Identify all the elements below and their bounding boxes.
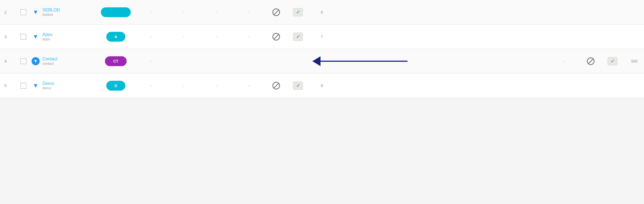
dash-cell-2: - <box>167 83 200 88</box>
extension-name-sub: contact <box>42 61 54 66</box>
check-button-cell: ✓ <box>287 82 309 90</box>
checkmark-icon: ✓ <box>611 58 615 64</box>
dash-cell-4: - <box>233 34 265 39</box>
block-icon[interactable] <box>587 57 595 65</box>
dash-cell-1: - <box>135 10 167 15</box>
order-arrow-cell: ▼ <box>29 33 42 40</box>
row-number: 4 <box>4 59 18 63</box>
table-row: 3▼AppsappsA----✓7 <box>0 24 644 49</box>
dash-cell-2: - <box>167 10 200 15</box>
table-row: 5▼DemodemoD----✓8 <box>0 73 644 98</box>
block-icon-cell <box>265 33 287 41</box>
extensions-table: 2▼SEBLODseblod----✓63▼AppsappsA----✓74▼C… <box>0 0 644 98</box>
row-checkbox-cell <box>18 83 29 89</box>
check-button-cell: ✓ <box>602 57 623 65</box>
block-icon-cell <box>265 8 287 16</box>
checkbox[interactable] <box>20 34 26 40</box>
extension-badge[interactable]: CT <box>105 56 127 66</box>
row-checkbox-cell <box>18 58 29 64</box>
row-checkbox-cell <box>18 9 29 15</box>
checkbox[interactable] <box>20 9 26 15</box>
arrow-head-icon <box>312 56 321 66</box>
row-number: 2 <box>4 10 18 14</box>
dash-cell-3: - <box>200 83 233 88</box>
extension-badge-cell: A <box>97 32 135 42</box>
down-arrow-icon[interactable]: ▼ <box>33 33 39 40</box>
check-button[interactable]: ✓ <box>293 33 303 41</box>
row-number: 5 <box>4 83 18 88</box>
extension-badge[interactable]: D <box>106 81 125 91</box>
extension-name-link[interactable]: Contact <box>42 57 57 61</box>
dash-cell-1: - <box>135 83 167 88</box>
extension-badge-cell: D <box>97 81 135 91</box>
dash-cell-3: - <box>200 10 233 15</box>
order-arrow-cell: ▼ <box>29 82 42 89</box>
down-arrow-icon[interactable]: ▼ <box>33 9 39 16</box>
table-row: 4▼ContactcontactCT--✓500 <box>0 49 644 73</box>
dash-cell-3: - <box>200 34 233 39</box>
checkmark-icon: ✓ <box>296 34 300 40</box>
row-number: 3 <box>4 34 18 39</box>
row-count: 500 <box>623 59 640 63</box>
check-button[interactable]: ✓ <box>293 8 303 16</box>
extension-badge[interactable]: A <box>106 32 125 42</box>
extension-badge-cell: CT <box>97 56 135 66</box>
extension-name-cell: Contactcontact <box>42 57 97 66</box>
extension-name-sub: apps <box>42 37 50 41</box>
checkbox[interactable] <box>20 83 26 89</box>
checkmark-icon: ✓ <box>296 9 300 15</box>
dash-cell-4: - <box>233 83 265 88</box>
check-button-cell: ✓ <box>287 8 309 16</box>
dash-cell-1: - <box>135 34 167 39</box>
check-button[interactable]: ✓ <box>293 82 303 90</box>
annotation-cell <box>167 56 547 66</box>
dash-cell-2: - <box>547 59 580 64</box>
order-arrow-cell: ▼ <box>29 9 42 16</box>
order-arrow-cell: ▼ <box>29 57 42 65</box>
row-count: 6 <box>309 10 325 14</box>
down-arrow-icon[interactable]: ▼ <box>33 82 39 89</box>
extension-name-cell: Appsapps <box>42 32 97 41</box>
annotation-arrow <box>313 56 407 66</box>
row-checkbox-cell <box>18 34 29 40</box>
check-button[interactable]: ✓ <box>608 57 617 65</box>
extension-badge-cell <box>97 7 135 17</box>
down-arrow-circle-icon[interactable]: ▼ <box>32 57 40 65</box>
block-icon-cell <box>265 82 287 89</box>
check-button-cell: ✓ <box>287 33 309 41</box>
extension-name-link[interactable]: SEBLOD <box>42 8 60 13</box>
dash-cell-2: - <box>167 34 200 39</box>
extension-name-link[interactable]: Demo <box>42 81 54 86</box>
table-row: 2▼SEBLODseblod----✓6 <box>0 0 644 24</box>
extension-name-link[interactable]: Apps <box>42 32 52 37</box>
block-icon[interactable] <box>272 8 280 16</box>
block-icon[interactable] <box>272 33 280 41</box>
extension-badge[interactable] <box>101 7 131 17</box>
row-count: 8 <box>309 84 325 88</box>
extension-name-sub: demo <box>42 86 51 90</box>
extension-name-cell: Demodemo <box>42 81 97 90</box>
checkbox[interactable] <box>20 58 26 64</box>
extension-name-cell: SEBLODseblod <box>42 8 97 17</box>
dash-cell-4: - <box>233 10 265 15</box>
block-icon-cell <box>580 57 602 65</box>
extension-name-sub: seblod <box>42 13 53 17</box>
arrow-line <box>321 61 407 62</box>
dash-cell-1: - <box>135 59 167 64</box>
row-count: 7 <box>309 35 325 39</box>
block-icon[interactable] <box>272 82 280 89</box>
checkmark-icon: ✓ <box>296 83 300 89</box>
